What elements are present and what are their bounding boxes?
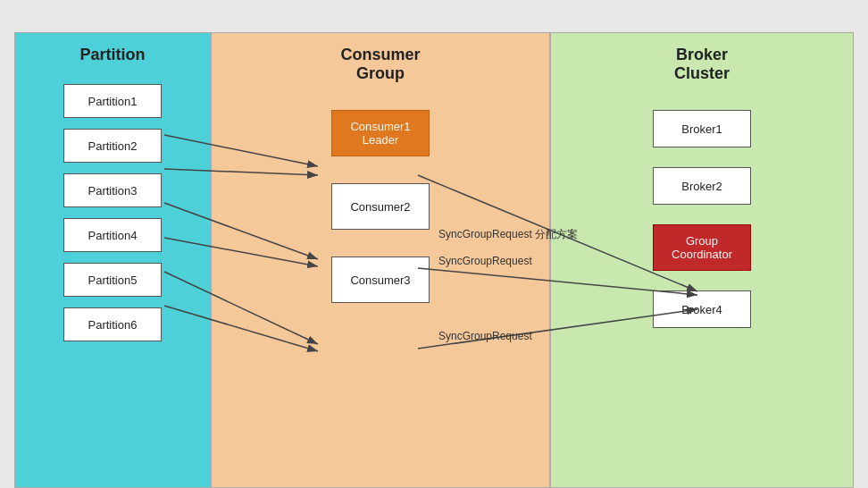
partition-box-4: Partition4	[63, 218, 162, 252]
diagram-container: Partition Partition1 Partition2 Partitio…	[14, 32, 854, 488]
partition-title: Partition	[79, 42, 145, 64]
consumer2-box: Consumer2	[331, 183, 430, 230]
broker-section: BrokerCluster Broker1 Broker2 GroupCoord…	[551, 33, 853, 487]
partition-box-6: Partition6	[63, 307, 162, 341]
group-coordinator-box: GroupCoordinator	[653, 224, 751, 271]
consumer-group-title: ConsumerGroup	[340, 42, 420, 83]
partition-box-2: Partition2	[63, 129, 162, 163]
consumer3-box: Consumer3	[331, 257, 430, 303]
broker1-box: Broker1	[653, 110, 751, 147]
consumer-leader-box: Consumer1Leader	[331, 110, 430, 156]
partition-box-1: Partition1	[63, 84, 162, 118]
diagram-wrapper: Partition Partition1 Partition2 Partitio…	[14, 16, 854, 472]
partition-box-3: Partition3	[63, 173, 162, 207]
broker-cluster-title: BrokerCluster	[674, 42, 730, 83]
broker4-box: Broker4	[653, 290, 751, 328]
partition-box-5: Partition5	[63, 263, 162, 297]
broker-list: Broker1 Broker2 GroupCoordinator Broker4	[653, 110, 751, 328]
broker2-box: Broker2	[653, 167, 751, 205]
partition-section: Partition Partition1 Partition2 Partitio…	[15, 33, 212, 487]
consumer-section: ConsumerGroup Consumer1Leader Consumer2 …	[212, 33, 551, 487]
consumer-list: Consumer1Leader Consumer2 Consumer3	[331, 110, 430, 303]
partition-list: Partition1 Partition2 Partition3 Partiti…	[15, 84, 210, 341]
